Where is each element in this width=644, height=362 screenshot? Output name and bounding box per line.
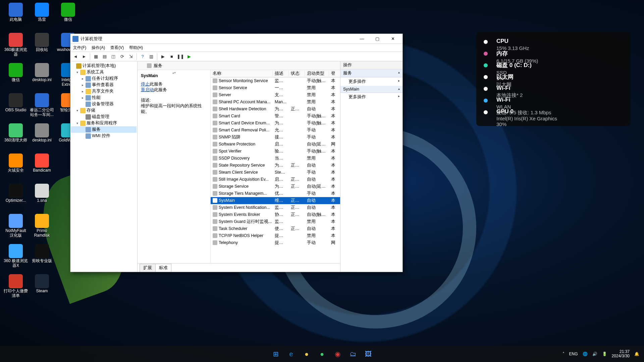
- menu-item[interactable]: 文件(F): [73, 45, 86, 51]
- tray-notifications-icon[interactable]: 🔔: [634, 352, 639, 356]
- taskbar-app[interactable]: ●: [300, 348, 313, 360]
- export-button[interactable]: ⇲: [127, 53, 135, 60]
- taskbar-app[interactable]: e: [285, 348, 298, 360]
- actions-more-ops-1[interactable]: 更多操作▸: [340, 77, 402, 86]
- perf-cpu[interactable]: CPU15% 3.13 GHz: [484, 38, 623, 45]
- tree-services-apps[interactable]: ▾服务和应用程序: [71, 120, 137, 126]
- desktop-icon[interactable]: 360极速浏览器: [3, 33, 28, 62]
- tree-event-viewer[interactable]: ▸事件查看器: [71, 82, 137, 88]
- tree-device-manager[interactable]: 设备管理器: [71, 101, 137, 107]
- desktop-icon[interactable]: Bandicam: [30, 154, 54, 182]
- menu-item[interactable]: 查看(V): [110, 45, 124, 51]
- titlebar[interactable]: 计算机管理 — ▢ ✕: [70, 34, 402, 44]
- service-row[interactable]: Task Scheduler使用...正在...自动本: [211, 225, 340, 232]
- desktop-icon[interactable]: 迅雷: [30, 3, 54, 32]
- service-row[interactable]: Smart Card Device Enum...为给...手动(触发...本: [211, 120, 340, 127]
- perf-mem[interactable]: 内存6.1/15.7 GB (39%): [484, 50, 623, 57]
- nav-back-button[interactable]: ◄: [72, 53, 79, 60]
- service-row[interactable]: Steam Client ServiceStea...手动本: [211, 169, 340, 176]
- service-row[interactable]: Spot Verifier验证...手动(触发...本: [211, 148, 340, 155]
- desktop-icon[interactable]: Steam: [30, 274, 54, 303]
- tree-root[interactable]: 计算机管理(本地): [71, 63, 137, 69]
- maximize-button[interactable]: ▢: [370, 34, 385, 44]
- perf-eth[interactable]: 以太网以太网: [484, 73, 623, 80]
- tray-clock[interactable]: 21:37 2024/3/30: [612, 350, 630, 358]
- tree-performance[interactable]: ▸性能: [71, 95, 137, 101]
- desktop-icon[interactable]: 1.sna: [30, 184, 54, 213]
- column-headers[interactable]: 名称 描述 状态 启动类型 登: [211, 70, 340, 77]
- tray-chevron-icon[interactable]: ˄: [562, 352, 565, 356]
- tray-language[interactable]: ENG: [569, 352, 578, 356]
- nav-forward-button[interactable]: ►: [80, 53, 88, 60]
- tray-battery-icon[interactable]: 🔋: [602, 352, 607, 356]
- tab-standard[interactable]: 标准: [155, 264, 171, 272]
- taskbar-app[interactable]: 🖼: [362, 348, 375, 360]
- service-row[interactable]: Shell Hardware Detection为自...正在...自动本: [211, 106, 340, 113]
- service-row[interactable]: SSDP Discovery当发...禁用本: [211, 155, 340, 162]
- taskbar-app[interactable]: 🗂: [346, 348, 359, 360]
- tree-shared-folders[interactable]: ▸共享文件夹: [71, 88, 137, 95]
- desktop-icon[interactable]: 360 极速浏览器X: [3, 244, 28, 273]
- service-row[interactable]: State Repository Service为应...正在...自动本: [211, 162, 340, 169]
- tree-task-scheduler[interactable]: ▸任务计划程序: [71, 75, 137, 82]
- pause-button[interactable]: ❚❚: [177, 53, 184, 60]
- resize-grip-icon[interactable]: ▴▾: [167, 71, 181, 73]
- desktop-icon[interactable]: 微信: [56, 3, 80, 32]
- desktop-icon[interactable]: desktop.ini: [30, 63, 54, 92]
- tray-volume-icon[interactable]: 🔊: [592, 352, 597, 356]
- services-list[interactable]: 名称 描述 状态 启动类型 登 Sensor Monitoring Servic…: [211, 70, 340, 263]
- refresh-button[interactable]: ⟳: [118, 53, 126, 60]
- service-row[interactable]: Smart Card Removal Poli...允许...手动本: [211, 127, 340, 134]
- perf-disk[interactable]: 磁盘 0 (C: D:)SSD1%: [484, 61, 623, 68]
- service-row[interactable]: SNMP 陷阱接收...手动本: [211, 134, 340, 141]
- tool-button[interactable]: ◫: [110, 53, 117, 60]
- tool-button[interactable]: ▤: [101, 53, 108, 60]
- service-row[interactable]: Sensor Service一项...禁用本: [211, 84, 340, 92]
- restart-service-link[interactable]: 重启动: [141, 87, 154, 92]
- nav-tree[interactable]: 计算机管理(本地) ▾系统工具 ▸任务计划程序 ▸事件查看器 ▸共享文件夹 ▸性…: [70, 61, 138, 272]
- desktop-icon[interactable]: 回收站: [30, 33, 54, 62]
- service-row[interactable]: SysMain维护...正在...自动本: [211, 197, 340, 204]
- minimize-button[interactable]: —: [354, 34, 370, 44]
- stop1-button[interactable]: ■: [168, 53, 175, 60]
- desktop-icon[interactable]: OBS Studio: [3, 93, 28, 122]
- service-row[interactable]: System Event Notification...监视...正在...自动…: [211, 204, 340, 211]
- close-button[interactable]: ✕: [385, 34, 400, 44]
- service-row[interactable]: Telephony提供...手动网: [211, 239, 340, 246]
- tree-disk-management[interactable]: 磁盘管理: [71, 114, 137, 120]
- actions-section-selected[interactable]: SysMain▴: [340, 86, 402, 93]
- service-row[interactable]: Still Image Acquisition Ev...启动...正在...自…: [211, 176, 340, 183]
- service-row[interactable]: Storage Service为存...正在...自动(延迟...本: [211, 183, 340, 190]
- perf-wifi1[interactable]: Wi-Fi本地连接* 2: [484, 85, 623, 92]
- desktop-icon[interactable]: 剪映专业版: [30, 244, 54, 273]
- service-row[interactable]: TCP/IP NetBIOS Helper提供...禁用本: [211, 232, 340, 239]
- menu-item[interactable]: 帮助(H): [129, 45, 143, 51]
- desktop-icon[interactable]: Primo Ramdisk: [30, 214, 54, 243]
- restart-button[interactable]: ▶: [185, 53, 193, 60]
- desktop-icon[interactable]: Optimizer...: [3, 184, 28, 213]
- desktop-icon[interactable]: 此电脑: [3, 3, 28, 32]
- play-button[interactable]: ▶: [159, 53, 167, 60]
- desktop-icon[interactable]: 打印个人缴费清单: [3, 274, 28, 303]
- desktop-icon[interactable]: NotMyFault 汉化版: [3, 214, 28, 243]
- taskbar-app[interactable]: ◉: [331, 348, 344, 360]
- desktop-icon[interactable]: 火绒安全: [3, 154, 28, 182]
- service-row[interactable]: Storage Tiers Managem...优化...手动本: [211, 190, 340, 197]
- desktop-icon[interactable]: 微信: [3, 63, 28, 92]
- help-button[interactable]: ?: [139, 53, 146, 60]
- service-row[interactable]: Smart Card管理...手动(触发...本: [211, 113, 340, 120]
- actions-section-services[interactable]: 服务▴: [340, 69, 402, 77]
- performance-widget[interactable]: CPU15% 3.13 GHz内存6.1/15.7 GB (39%)磁盘 0 (…: [476, 32, 631, 126]
- service-row[interactable]: Shared PC Account Mana...Man...禁用本: [211, 99, 340, 106]
- service-row[interactable]: Server支持...禁用本: [211, 92, 340, 99]
- menu-item[interactable]: 操作(A): [92, 45, 105, 51]
- desktop-icon[interactable]: 睿远二分公司站务—车间...: [30, 93, 54, 122]
- actions-more-ops-2[interactable]: 更多操作▸: [340, 93, 402, 101]
- taskbar-app[interactable]: ●: [316, 348, 328, 360]
- tab-extended[interactable]: 扩展: [140, 264, 156, 272]
- tree-system-tools[interactable]: ▾系统工具: [71, 69, 137, 75]
- perf-gpu[interactable]: GPU 0Intel(R) Iris(R) Xe Graphics30%: [484, 108, 623, 115]
- taskbar-app[interactable]: ⊞: [269, 348, 282, 360]
- stop-service-link[interactable]: 停止: [141, 82, 150, 86]
- service-row[interactable]: Sensor Monitoring Service监视...手动(触发...本: [211, 77, 340, 84]
